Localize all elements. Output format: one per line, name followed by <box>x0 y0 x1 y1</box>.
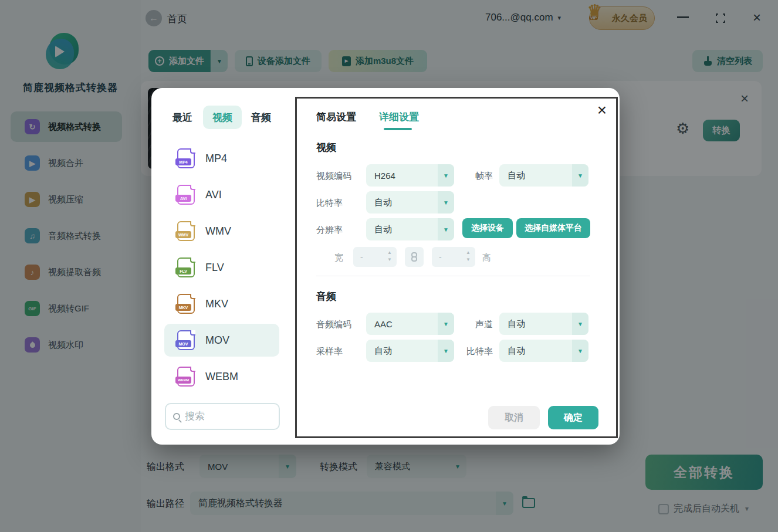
format-item-mkv[interactable]: MKV MKV <box>164 287 279 320</box>
tab-audio[interactable]: 音频 <box>251 106 271 129</box>
format-label: MP4 <box>205 153 227 165</box>
format-label: WEBM <box>205 371 238 383</box>
height-stepper[interactable]: - ▲▼ <box>432 247 475 267</box>
format-item-avi[interactable]: AVI AVI <box>164 178 279 211</box>
format-search[interactable] <box>165 403 280 430</box>
app-window: 简鹿视频格式转换器 ↻ 视频格式转换 ▶ 视频合并 ▶ 视频压缩 ♫ 音频格式转… <box>0 0 778 532</box>
fps-value: 自动 <box>508 170 525 181</box>
chevron-down-icon: ▼ <box>438 164 454 187</box>
select-platform-button[interactable]: 选择自媒体平台 <box>516 218 590 238</box>
audio-bitrate-value: 自动 <box>508 345 525 357</box>
stepper-arrows-icon[interactable]: ▲▼ <box>466 249 471 263</box>
chevron-down-icon: ▼ <box>438 218 454 240</box>
stepper-arrows-icon[interactable]: ▲▼ <box>387 249 392 263</box>
video-section-heading: 视频 <box>316 141 336 154</box>
format-item-flv[interactable]: FLV FLV <box>164 251 279 284</box>
width-value: - <box>360 252 363 262</box>
resolution-label: 分辨率 <box>316 225 343 236</box>
fps-label: 帧率 <box>467 171 493 182</box>
format-item-mov[interactable]: MOV MOV <box>164 324 279 357</box>
height-label: 高 <box>482 252 491 263</box>
audio-encode-select[interactable]: AAC ▼ <box>366 313 454 335</box>
format-label: WMV <box>205 225 231 238</box>
close-dialog-icon[interactable]: × <box>597 102 607 118</box>
tab-simple-settings[interactable]: 简易设置 <box>316 110 356 124</box>
chevron-down-icon: ▼ <box>438 340 454 362</box>
search-input[interactable] <box>185 411 267 422</box>
chevron-down-icon: ▼ <box>572 340 588 362</box>
width-stepper[interactable]: - ▲▼ <box>353 247 397 267</box>
width-label: 宽 <box>334 252 343 263</box>
ok-button[interactable]: 确定 <box>548 406 598 429</box>
sample-rate-select[interactable]: 自动 ▼ <box>366 340 454 362</box>
wmv-file-icon: WMV <box>177 221 195 241</box>
link-dimensions-icon[interactable] <box>405 247 424 267</box>
flv-file-icon: FLV <box>177 257 195 277</box>
sample-rate-value: 自动 <box>374 345 392 357</box>
format-settings-dialog: 最近 视频 音频 MP4 MP4 AVI AVI WMV WMV FLV FLV… <box>151 88 620 445</box>
video-bitrate-value: 自动 <box>374 197 392 208</box>
audio-section-heading: 音频 <box>316 290 336 303</box>
format-label: MOV <box>205 334 229 347</box>
active-tab-underline <box>384 128 412 130</box>
video-encode-value: H264 <box>374 171 395 181</box>
resolution-value: 自动 <box>374 224 392 235</box>
video-bitrate-select[interactable]: 自动 ▼ <box>366 191 454 214</box>
tab-detail-settings[interactable]: 详细设置 <box>379 110 419 124</box>
channel-select[interactable]: 自动 ▼ <box>499 313 588 335</box>
video-encode-select[interactable]: H264 ▼ <box>366 164 454 187</box>
channel-label: 声道 <box>467 319 493 330</box>
resolution-select[interactable]: 自动 ▼ <box>366 218 454 240</box>
video-bitrate-label: 比特率 <box>316 198 343 209</box>
chevron-down-icon: ▼ <box>438 313 454 335</box>
mp4-file-icon: MP4 <box>177 148 195 168</box>
fps-select[interactable]: 自动 ▼ <box>499 164 588 187</box>
select-device-button[interactable]: 选择设备 <box>462 218 513 238</box>
audio-bitrate-select[interactable]: 自动 ▼ <box>499 340 588 362</box>
chevron-down-icon: ▼ <box>572 313 588 335</box>
sample-rate-label: 采样率 <box>316 346 343 357</box>
channel-value: 自动 <box>508 318 525 330</box>
tab-recent[interactable]: 最近 <box>172 106 192 129</box>
format-item-webm[interactable]: WEBM WEBM <box>164 360 279 393</box>
format-label: AVI <box>205 189 222 201</box>
audio-encode-value: AAC <box>374 319 393 329</box>
mov-file-icon: MOV <box>177 330 195 350</box>
cancel-button[interactable]: 取消 <box>488 406 540 429</box>
format-label: MKV <box>205 298 228 310</box>
avi-file-icon: AVI <box>177 185 195 205</box>
section-divider <box>316 276 590 276</box>
mkv-file-icon: MKV <box>177 294 195 314</box>
audio-encode-label: 音频编码 <box>316 319 351 330</box>
format-label: FLV <box>205 262 224 274</box>
audio-bitrate-label: 比特率 <box>460 346 493 357</box>
chevron-down-icon: ▼ <box>438 191 454 214</box>
format-item-wmv[interactable]: WMV WMV <box>164 215 279 248</box>
chevron-down-icon: ▼ <box>572 164 588 187</box>
height-value: - <box>439 252 442 262</box>
video-encode-label: 视频编码 <box>316 171 351 182</box>
search-icon <box>173 413 180 420</box>
tab-video[interactable]: 视频 <box>203 106 242 129</box>
format-item-mp4[interactable]: MP4 MP4 <box>164 142 279 175</box>
settings-panel: × 简易设置 详细设置 视频 视频编码 H264 ▼ 帧率 自动 ▼ 比特率 自… <box>295 97 618 438</box>
webm-file-icon: WEBM <box>177 367 195 387</box>
